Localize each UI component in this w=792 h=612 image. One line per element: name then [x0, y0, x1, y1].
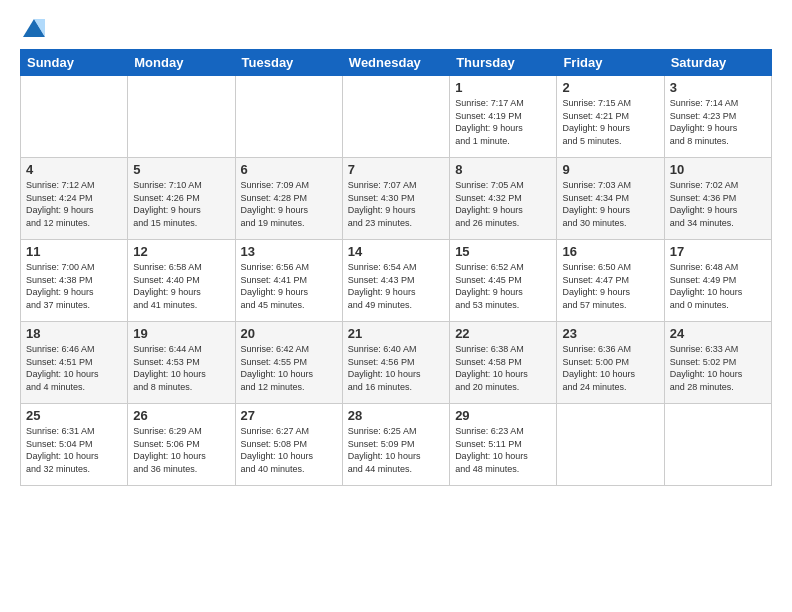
calendar-week-row: 11Sunrise: 7:00 AMSunset: 4:38 PMDayligh… — [21, 240, 772, 322]
table-row: 2Sunrise: 7:15 AMSunset: 4:21 PMDaylight… — [557, 76, 664, 158]
col-thursday: Thursday — [450, 50, 557, 76]
day-info: Sunrise: 7:09 AMSunset: 4:28 PMDaylight:… — [241, 179, 337, 229]
table-row: 18Sunrise: 6:46 AMSunset: 4:51 PMDayligh… — [21, 322, 128, 404]
day-info: Sunrise: 7:14 AMSunset: 4:23 PMDaylight:… — [670, 97, 766, 147]
table-row: 12Sunrise: 6:58 AMSunset: 4:40 PMDayligh… — [128, 240, 235, 322]
day-number: 27 — [241, 408, 337, 423]
table-row: 21Sunrise: 6:40 AMSunset: 4:56 PMDayligh… — [342, 322, 449, 404]
day-info: Sunrise: 7:05 AMSunset: 4:32 PMDaylight:… — [455, 179, 551, 229]
day-info: Sunrise: 7:02 AMSunset: 4:36 PMDaylight:… — [670, 179, 766, 229]
table-row: 1Sunrise: 7:17 AMSunset: 4:19 PMDaylight… — [450, 76, 557, 158]
calendar-week-row: 4Sunrise: 7:12 AMSunset: 4:24 PMDaylight… — [21, 158, 772, 240]
table-row — [21, 76, 128, 158]
day-number: 22 — [455, 326, 551, 341]
table-row: 3Sunrise: 7:14 AMSunset: 4:23 PMDaylight… — [664, 76, 771, 158]
calendar-table: Sunday Monday Tuesday Wednesday Thursday… — [20, 49, 772, 486]
day-info: Sunrise: 6:36 AMSunset: 5:00 PMDaylight:… — [562, 343, 658, 393]
table-row: 5Sunrise: 7:10 AMSunset: 4:26 PMDaylight… — [128, 158, 235, 240]
table-row: 23Sunrise: 6:36 AMSunset: 5:00 PMDayligh… — [557, 322, 664, 404]
day-info: Sunrise: 6:50 AMSunset: 4:47 PMDaylight:… — [562, 261, 658, 311]
day-info: Sunrise: 6:46 AMSunset: 4:51 PMDaylight:… — [26, 343, 122, 393]
day-info: Sunrise: 6:38 AMSunset: 4:58 PMDaylight:… — [455, 343, 551, 393]
day-number: 3 — [670, 80, 766, 95]
day-number: 29 — [455, 408, 551, 423]
day-info: Sunrise: 7:03 AMSunset: 4:34 PMDaylight:… — [562, 179, 658, 229]
day-number: 6 — [241, 162, 337, 177]
day-info: Sunrise: 7:17 AMSunset: 4:19 PMDaylight:… — [455, 97, 551, 147]
day-info: Sunrise: 6:42 AMSunset: 4:55 PMDaylight:… — [241, 343, 337, 393]
day-number: 1 — [455, 80, 551, 95]
day-number: 8 — [455, 162, 551, 177]
day-number: 11 — [26, 244, 122, 259]
table-row: 9Sunrise: 7:03 AMSunset: 4:34 PMDaylight… — [557, 158, 664, 240]
page: Sunday Monday Tuesday Wednesday Thursday… — [0, 0, 792, 612]
day-info: Sunrise: 6:23 AMSunset: 5:11 PMDaylight:… — [455, 425, 551, 475]
col-saturday: Saturday — [664, 50, 771, 76]
day-number: 10 — [670, 162, 766, 177]
calendar-header-row: Sunday Monday Tuesday Wednesday Thursday… — [21, 50, 772, 76]
col-friday: Friday — [557, 50, 664, 76]
table-row: 14Sunrise: 6:54 AMSunset: 4:43 PMDayligh… — [342, 240, 449, 322]
table-row: 29Sunrise: 6:23 AMSunset: 5:11 PMDayligh… — [450, 404, 557, 486]
day-info: Sunrise: 6:27 AMSunset: 5:08 PMDaylight:… — [241, 425, 337, 475]
day-info: Sunrise: 7:07 AMSunset: 4:30 PMDaylight:… — [348, 179, 444, 229]
table-row: 19Sunrise: 6:44 AMSunset: 4:53 PMDayligh… — [128, 322, 235, 404]
table-row: 10Sunrise: 7:02 AMSunset: 4:36 PMDayligh… — [664, 158, 771, 240]
day-number: 2 — [562, 80, 658, 95]
day-number: 7 — [348, 162, 444, 177]
day-info: Sunrise: 6:56 AMSunset: 4:41 PMDaylight:… — [241, 261, 337, 311]
day-number: 20 — [241, 326, 337, 341]
table-row — [235, 76, 342, 158]
table-row: 6Sunrise: 7:09 AMSunset: 4:28 PMDaylight… — [235, 158, 342, 240]
day-number: 5 — [133, 162, 229, 177]
day-number: 28 — [348, 408, 444, 423]
col-tuesday: Tuesday — [235, 50, 342, 76]
table-row — [128, 76, 235, 158]
table-row: 15Sunrise: 6:52 AMSunset: 4:45 PMDayligh… — [450, 240, 557, 322]
day-info: Sunrise: 6:40 AMSunset: 4:56 PMDaylight:… — [348, 343, 444, 393]
day-number: 26 — [133, 408, 229, 423]
day-number: 13 — [241, 244, 337, 259]
calendar-week-row: 18Sunrise: 6:46 AMSunset: 4:51 PMDayligh… — [21, 322, 772, 404]
day-info: Sunrise: 7:12 AMSunset: 4:24 PMDaylight:… — [26, 179, 122, 229]
table-row: 8Sunrise: 7:05 AMSunset: 4:32 PMDaylight… — [450, 158, 557, 240]
header — [20, 15, 772, 41]
table-row — [664, 404, 771, 486]
day-number: 15 — [455, 244, 551, 259]
day-info: Sunrise: 6:58 AMSunset: 4:40 PMDaylight:… — [133, 261, 229, 311]
table-row: 28Sunrise: 6:25 AMSunset: 5:09 PMDayligh… — [342, 404, 449, 486]
day-number: 16 — [562, 244, 658, 259]
day-info: Sunrise: 6:54 AMSunset: 4:43 PMDaylight:… — [348, 261, 444, 311]
logo — [20, 15, 45, 41]
day-info: Sunrise: 6:33 AMSunset: 5:02 PMDaylight:… — [670, 343, 766, 393]
calendar-week-row: 1Sunrise: 7:17 AMSunset: 4:19 PMDaylight… — [21, 76, 772, 158]
day-number: 4 — [26, 162, 122, 177]
day-number: 19 — [133, 326, 229, 341]
calendar-week-row: 25Sunrise: 6:31 AMSunset: 5:04 PMDayligh… — [21, 404, 772, 486]
day-number: 23 — [562, 326, 658, 341]
day-info: Sunrise: 6:29 AMSunset: 5:06 PMDaylight:… — [133, 425, 229, 475]
table-row: 27Sunrise: 6:27 AMSunset: 5:08 PMDayligh… — [235, 404, 342, 486]
table-row: 4Sunrise: 7:12 AMSunset: 4:24 PMDaylight… — [21, 158, 128, 240]
logo-icon — [23, 15, 45, 37]
day-info: Sunrise: 6:48 AMSunset: 4:49 PMDaylight:… — [670, 261, 766, 311]
day-info: Sunrise: 7:00 AMSunset: 4:38 PMDaylight:… — [26, 261, 122, 311]
day-number: 9 — [562, 162, 658, 177]
day-number: 14 — [348, 244, 444, 259]
table-row: 17Sunrise: 6:48 AMSunset: 4:49 PMDayligh… — [664, 240, 771, 322]
table-row — [557, 404, 664, 486]
day-number: 17 — [670, 244, 766, 259]
day-info: Sunrise: 7:10 AMSunset: 4:26 PMDaylight:… — [133, 179, 229, 229]
table-row: 26Sunrise: 6:29 AMSunset: 5:06 PMDayligh… — [128, 404, 235, 486]
table-row: 20Sunrise: 6:42 AMSunset: 4:55 PMDayligh… — [235, 322, 342, 404]
day-info: Sunrise: 7:15 AMSunset: 4:21 PMDaylight:… — [562, 97, 658, 147]
col-monday: Monday — [128, 50, 235, 76]
day-info: Sunrise: 6:44 AMSunset: 4:53 PMDaylight:… — [133, 343, 229, 393]
table-row: 22Sunrise: 6:38 AMSunset: 4:58 PMDayligh… — [450, 322, 557, 404]
table-row: 16Sunrise: 6:50 AMSunset: 4:47 PMDayligh… — [557, 240, 664, 322]
table-row: 13Sunrise: 6:56 AMSunset: 4:41 PMDayligh… — [235, 240, 342, 322]
table-row: 7Sunrise: 7:07 AMSunset: 4:30 PMDaylight… — [342, 158, 449, 240]
day-info: Sunrise: 6:52 AMSunset: 4:45 PMDaylight:… — [455, 261, 551, 311]
table-row — [342, 76, 449, 158]
col-wednesday: Wednesday — [342, 50, 449, 76]
